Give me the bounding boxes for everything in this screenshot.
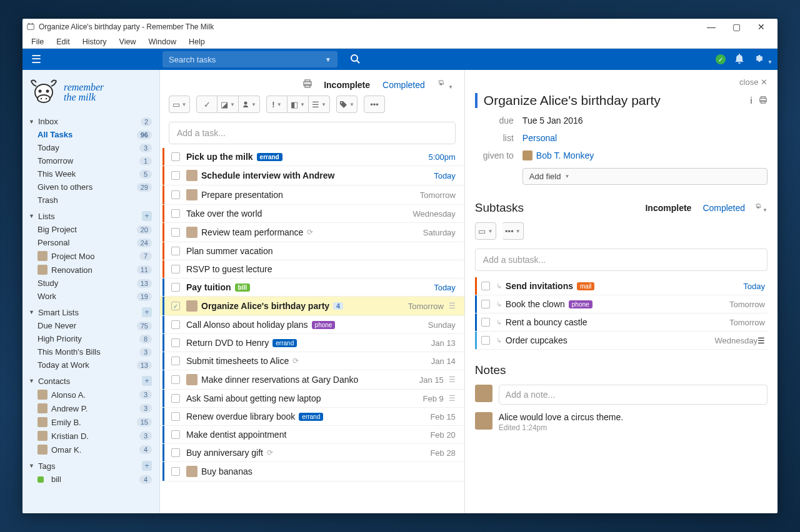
task-row[interactable]: Review team performance ⟳ Saturday <box>160 223 464 242</box>
subtab-completed[interactable]: Completed <box>702 203 745 213</box>
sidebar-contact[interactable]: Emily B. 15 <box>22 415 159 429</box>
list-value[interactable]: Personal <box>522 133 557 143</box>
subtask-settings-icon[interactable]: ▼ <box>754 203 768 214</box>
task-row[interactable]: Call Alonso about holiday plans phone Su… <box>160 316 464 334</box>
sidebar-item[interactable]: Given to others 29 <box>22 180 159 194</box>
add-subtask-input[interactable]: Add a subtask... <box>475 249 768 271</box>
add-smartlist-button[interactable]: + <box>142 307 152 317</box>
sidebar-contact[interactable]: Omar K. 4 <box>22 443 159 456</box>
task-checkbox[interactable] <box>171 209 180 218</box>
sidebar-item[interactable]: Today 3 <box>22 141 159 154</box>
postpone-button[interactable]: ◪ ▼ <box>218 96 239 113</box>
select-all-button[interactable]: ▭ ▼ <box>169 96 190 113</box>
print-icon[interactable] <box>302 79 312 91</box>
task-checkbox[interactable] <box>171 171 180 180</box>
complete-button[interactable]: ✓ <box>196 96 218 113</box>
sidebar-contact[interactable]: Andrew P. 3 <box>22 401 159 415</box>
list-move-button[interactable]: ☰ ▼ <box>309 96 330 113</box>
add-contact-button[interactable]: + <box>142 376 152 386</box>
sidebar-item[interactable]: Renovation 11 <box>22 263 159 277</box>
task-row[interactable]: Take over the world Wednesday <box>160 205 464 223</box>
tag-button[interactable]: ▼ <box>336 96 358 113</box>
task-checkbox[interactable] <box>171 430 180 439</box>
task-checkbox[interactable] <box>171 190 180 199</box>
task-checkbox[interactable] <box>171 247 180 255</box>
sidebar-item[interactable]: All Tasks 96 <box>22 128 159 141</box>
subtask-checkbox[interactable] <box>481 336 490 345</box>
maximize-button[interactable]: ▢ <box>724 22 749 32</box>
subtask-row[interactable]: ↳ Send invitationsmail Today <box>475 277 768 295</box>
sidebar-header-inbox[interactable]: ▼ Inbox 2 <box>22 115 159 128</box>
sidebar-tag[interactable]: bill 4 <box>22 473 159 486</box>
sidebar-header-contacts[interactable]: ▼ Contacts + <box>22 374 159 388</box>
close-window-button[interactable]: ✕ <box>749 22 774 32</box>
add-tag-button[interactable]: + <box>142 461 152 471</box>
subtask-row[interactable]: ↳ Book the clownphone Tomorrow <box>475 295 768 313</box>
settings-icon[interactable]: ▼ <box>753 54 772 66</box>
menu-file[interactable]: File <box>26 36 49 47</box>
menu-window[interactable]: Window <box>143 36 181 47</box>
sidebar-item[interactable]: Personal 24 <box>22 236 159 249</box>
sidebar-item[interactable]: Today at Work 13 <box>22 358 159 372</box>
task-checkbox[interactable]: ✓ <box>171 302 180 310</box>
given-value[interactable]: Bob T. Monkey <box>522 150 594 160</box>
task-row[interactable]: Submit timesheets to Alice ⟳ Jan 14 <box>160 352 464 370</box>
subtask-row[interactable]: ↳ Order cupcakes Wednesday ☰ <box>475 332 768 350</box>
sidebar-item[interactable]: Study 13 <box>22 277 159 290</box>
notifications-icon[interactable] <box>734 54 744 66</box>
task-row[interactable]: Return DVD to Henry errand Jan 13 <box>160 334 464 352</box>
task-checkbox[interactable] <box>171 394 180 403</box>
search-dropdown-icon[interactable]: ▼ <box>325 56 331 63</box>
task-row[interactable]: RSVP to guest lecture <box>160 260 464 278</box>
sidebar-item[interactable]: This Month's Bills 3 <box>22 345 159 358</box>
due-button[interactable]: ◧ ▼ <box>288 96 309 113</box>
priority-button[interactable]: ! ▼ <box>266 96 288 113</box>
close-detail-button[interactable]: close ✕ <box>475 77 768 87</box>
task-checkbox[interactable] <box>171 283 180 292</box>
subtab-incomplete[interactable]: Incomplete <box>645 203 691 213</box>
task-checkbox[interactable] <box>171 375 180 384</box>
sidebar-header-smartlists[interactable]: ▼ Smart Lists + <box>22 305 159 319</box>
sidebar-item[interactable]: This Week 5 <box>22 167 159 180</box>
hamburger-icon[interactable]: ☰ <box>28 52 45 66</box>
sync-status-icon[interactable]: ✓ <box>716 54 726 64</box>
add-list-button[interactable]: + <box>142 211 152 221</box>
task-checkbox[interactable] <box>171 265 180 273</box>
menu-help[interactable]: Help <box>184 36 210 47</box>
task-row[interactable]: Make dentist appointment Feb 20 <box>160 426 464 444</box>
task-row[interactable]: Plan summer vacation <box>160 242 464 260</box>
sidebar-header-tags[interactable]: ▼ Tags + <box>22 459 159 473</box>
search-button[interactable] <box>345 54 365 66</box>
task-row[interactable]: Make dinner reservations at Gary Danko J… <box>160 370 464 390</box>
minimize-button[interactable]: — <box>699 22 724 32</box>
task-row[interactable]: Renew overdue library book errand Feb 15 <box>160 408 464 426</box>
task-checkbox[interactable] <box>171 338 180 347</box>
sidebar-header-lists[interactable]: ▼ Lists + <box>22 209 159 223</box>
detail-print-icon[interactable] <box>759 96 768 106</box>
task-row[interactable]: Ask Sami about getting new laptop Feb 9 … <box>160 390 464 408</box>
add-field-button[interactable]: Add field▼ <box>522 168 768 185</box>
task-checkbox[interactable] <box>171 467 180 476</box>
subtask-checkbox[interactable] <box>481 318 490 327</box>
task-row[interactable]: Pick up the milk errand 5:00pm <box>160 148 464 166</box>
subtask-checkbox[interactable] <box>481 300 490 308</box>
menu-view[interactable]: View <box>114 36 141 47</box>
task-row[interactable]: Schedule interview with Andrew Today <box>160 166 464 185</box>
sidebar-contact[interactable]: Alonso A. 3 <box>22 388 159 401</box>
tab-incomplete[interactable]: Incomplete <box>324 80 370 90</box>
sidebar-item[interactable]: Tomorrow 1 <box>22 154 159 167</box>
subtask-select-button[interactable]: ▭ ▼ <box>475 222 496 240</box>
task-checkbox[interactable] <box>171 412 180 421</box>
task-checkbox[interactable] <box>171 448 180 457</box>
sidebar-item[interactable]: Due Never 75 <box>22 319 159 332</box>
sidebar-item[interactable]: Big Project 20 <box>22 223 159 236</box>
task-checkbox[interactable] <box>171 228 180 237</box>
task-checkbox[interactable] <box>171 320 180 329</box>
tab-completed[interactable]: Completed <box>382 80 425 90</box>
subtask-more-button[interactable]: ••• ▼ <box>502 222 524 240</box>
list-settings-icon[interactable]: ▼ <box>436 79 453 91</box>
subtask-checkbox[interactable] <box>481 282 490 290</box>
task-row[interactable]: Prepare presentation Tomorrow <box>160 185 464 205</box>
sidebar-item[interactable]: Trash <box>22 194 159 207</box>
task-row[interactable]: Buy bananas <box>160 462 464 481</box>
